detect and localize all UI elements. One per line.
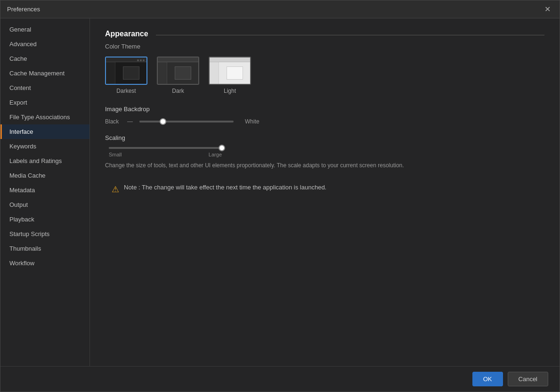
sidebar-item-metadata[interactable]: Metadata [0, 183, 89, 197]
sidebar-item-playback[interactable]: Playback [0, 212, 89, 227]
dialog-title: Preferences [7, 6, 40, 13]
section-divider [156, 35, 544, 35]
backdrop-left-label: Black [105, 118, 122, 125]
theme-thumbnail-dark[interactable] [157, 57, 199, 85]
scaling-description: Change the size of tools, text and other… [105, 161, 454, 170]
theme-options: Darkest Dark [105, 57, 544, 94]
theme-darkest[interactable]: Darkest [105, 57, 147, 94]
titlebar: Preferences ✕ [0, 0, 560, 18]
scaling-slider-track[interactable] [109, 147, 222, 149]
warning-icon: ⚠ [112, 184, 119, 195]
close-button[interactable]: ✕ [542, 4, 553, 15]
scaling-row: Scaling Small Large Change the size of t… [105, 134, 544, 170]
backdrop-dash: — [127, 118, 133, 125]
scaling-fill [109, 147, 205, 149]
content-area: General Advanced Cache Cache Management … [0, 18, 560, 366]
cancel-button[interactable]: Cancel [508, 372, 548, 386]
sidebar-item-general[interactable]: General [0, 22, 89, 37]
sidebar-item-output[interactable]: Output [0, 197, 89, 212]
theme-dark[interactable]: Dark [157, 57, 199, 94]
theme-light[interactable]: Light [209, 57, 251, 94]
image-backdrop-label: Image Backdrop [105, 106, 544, 113]
sidebar-item-labels-and-ratings[interactable]: Labels and Ratings [0, 154, 89, 168]
theme-dark-label: Dark [172, 88, 184, 94]
theme-thumbnail-darkest[interactable] [105, 57, 147, 85]
sidebar-item-cache-management[interactable]: Cache Management [0, 66, 89, 81]
preferences-dialog: Preferences ✕ General Advanced Cache Cac… [0, 0, 560, 392]
sidebar-item-startup-scripts[interactable]: Startup Scripts [0, 227, 89, 241]
scaling-label: Scaling [105, 134, 544, 141]
sidebar-item-content[interactable]: Content [0, 81, 89, 95]
sidebar-item-interface[interactable]: Interface [0, 124, 89, 139]
sidebar-item-advanced[interactable]: Advanced [0, 37, 89, 51]
sidebar-item-file-type-associations[interactable]: File Type Associations [0, 110, 89, 124]
sidebar-item-cache[interactable]: Cache [0, 51, 89, 66]
backdrop-slider-thumb[interactable] [160, 118, 166, 125]
scaling-slider-container: Small Large [105, 147, 544, 157]
theme-darkest-label: Darkest [116, 88, 136, 94]
image-backdrop-row: Image Backdrop Black — White [105, 106, 544, 125]
backdrop-slider-track[interactable] [139, 121, 234, 122]
scaling-small-label: Small [109, 152, 122, 157]
backdrop-right-label: White [245, 118, 261, 125]
sidebar: General Advanced Cache Cache Management … [0, 18, 90, 366]
sidebar-item-keywords[interactable]: Keywords [0, 139, 89, 154]
scaling-end-labels: Small Large [109, 152, 222, 157]
ok-button[interactable]: OK [472, 372, 503, 386]
theme-light-label: Light [224, 88, 236, 94]
sidebar-item-export[interactable]: Export [0, 95, 89, 110]
sidebar-item-thumbnails[interactable]: Thumbnails [0, 241, 89, 256]
scaling-large-label: Large [209, 152, 222, 157]
sidebar-item-media-cache[interactable]: Media Cache [0, 168, 89, 183]
scaling-slider-thumb[interactable] [219, 145, 225, 151]
warning-text: Note : The change will take effect the n… [124, 184, 326, 191]
section-title: Appearance [105, 30, 148, 38]
color-theme-label: Color Theme [105, 43, 544, 50]
theme-thumbnail-light[interactable] [209, 57, 251, 85]
warning-box: ⚠ Note : The change will take effect the… [105, 179, 544, 199]
main-content: Appearance Color Theme [90, 18, 560, 366]
sidebar-item-workflow[interactable]: Workflow [0, 256, 89, 270]
footer: OK Cancel [0, 366, 560, 392]
backdrop-slider-container: Black — White [105, 118, 544, 125]
